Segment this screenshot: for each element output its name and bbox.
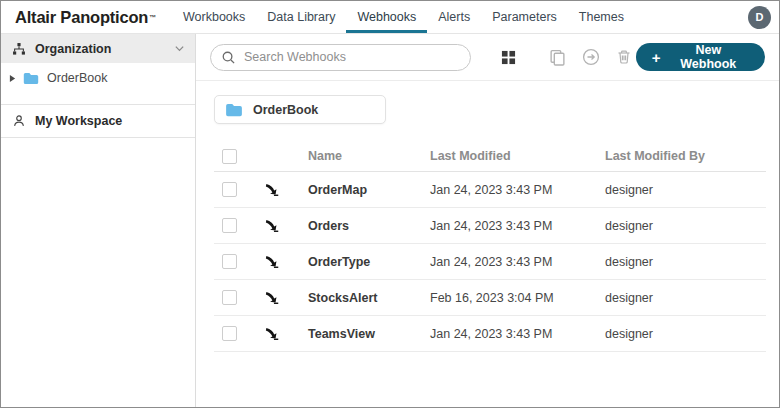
altair-panopticon-logo: Altair Panopticon™ bbox=[9, 1, 162, 33]
my-workspace-label: My Workspace bbox=[35, 114, 122, 128]
search-box[interactable] bbox=[210, 44, 471, 71]
webhooks-toolbar: + New Webhook bbox=[196, 34, 779, 81]
row-checkbox[interactable] bbox=[222, 326, 237, 341]
folder-icon bbox=[23, 70, 39, 86]
row-checkbox[interactable] bbox=[222, 254, 237, 269]
tab-alerts[interactable]: Alerts bbox=[427, 1, 481, 33]
table-row[interactable]: Orders Jan 24, 2023 3:43 PM designer bbox=[214, 208, 766, 244]
sidebar-item-my-workspace[interactable]: My Workspace bbox=[1, 105, 195, 138]
webhook-last-modified: Jan 24, 2023 3:43 PM bbox=[430, 255, 605, 269]
row-checkbox[interactable] bbox=[222, 290, 237, 305]
toolbar-icons bbox=[497, 45, 636, 69]
top-navigation-bar: Altair Panopticon™ Workbooks Data Librar… bbox=[1, 1, 779, 34]
webhook-last-modified-by: designer bbox=[605, 219, 766, 233]
table-row[interactable]: OrderType Jan 24, 2023 3:43 PM designer bbox=[214, 244, 766, 280]
webhook-last-modified: Jan 24, 2023 3:43 PM bbox=[430, 183, 605, 197]
webhook-name[interactable]: StocksAlert bbox=[308, 291, 430, 305]
sidebar-item-organization[interactable]: Organization bbox=[1, 34, 195, 63]
new-webhook-label: New Webhook bbox=[668, 43, 749, 71]
orderbook-folder-card[interactable]: OrderBook bbox=[214, 95, 386, 124]
webhook-last-modified-by: designer bbox=[605, 183, 766, 197]
folder-icon bbox=[225, 103, 243, 117]
webhooks-content: OrderBook Name Last Modified Last Modifi… bbox=[196, 81, 779, 407]
move-icon[interactable] bbox=[579, 45, 603, 69]
nav-tabs: Workbooks Data Library Webhooks Alerts P… bbox=[172, 1, 748, 33]
copy-icon[interactable] bbox=[546, 45, 570, 69]
webhook-last-modified-by: designer bbox=[605, 255, 766, 269]
grid-view-icon[interactable] bbox=[497, 45, 521, 69]
folder-card-label: OrderBook bbox=[253, 103, 318, 117]
webhook-icon bbox=[258, 182, 284, 197]
webhook-last-modified-by: designer bbox=[605, 291, 766, 305]
tab-webhooks[interactable]: Webhooks bbox=[346, 1, 427, 33]
webhook-name[interactable]: OrderMap bbox=[308, 183, 430, 197]
organization-hierarchy-icon bbox=[11, 41, 27, 57]
caret-right-icon[interactable] bbox=[9, 74, 19, 83]
workspace-section: My Workspace bbox=[1, 104, 195, 138]
webhook-icon bbox=[258, 218, 284, 233]
delete-icon[interactable] bbox=[612, 45, 636, 69]
tab-parameters[interactable]: Parameters bbox=[481, 1, 568, 33]
table-row[interactable]: StocksAlert Feb 16, 2023 3:04 PM designe… bbox=[214, 280, 766, 316]
column-header-last-modified: Last Modified bbox=[430, 149, 605, 163]
main-panel: + New Webhook OrderBook Name Las bbox=[196, 34, 779, 407]
sidebar-item-orderbook[interactable]: OrderBook bbox=[1, 63, 195, 93]
select-all-checkbox[interactable] bbox=[222, 149, 237, 164]
search-icon bbox=[221, 50, 236, 65]
webhook-last-modified: Feb 16, 2023 3:04 PM bbox=[430, 291, 605, 305]
row-checkbox[interactable] bbox=[222, 182, 237, 197]
new-webhook-button[interactable]: + New Webhook bbox=[636, 43, 765, 71]
webhook-last-modified: Jan 24, 2023 3:43 PM bbox=[430, 219, 605, 233]
orderbook-folder-label: OrderBook bbox=[47, 71, 107, 85]
table-row[interactable]: OrderMap Jan 24, 2023 3:43 PM designer bbox=[214, 172, 766, 208]
sidebar: Organization OrderBook bbox=[1, 34, 196, 407]
plus-icon: + bbox=[652, 49, 661, 66]
trademark-symbol: ™ bbox=[149, 14, 156, 21]
column-header-name: Name bbox=[308, 149, 430, 163]
panopticon-window: Altair Panopticon™ Workbooks Data Librar… bbox=[0, 0, 780, 408]
webhook-name[interactable]: OrderType bbox=[308, 255, 430, 269]
organization-label: Organization bbox=[35, 42, 111, 56]
tab-workbooks[interactable]: Workbooks bbox=[172, 1, 256, 33]
webhook-icon bbox=[258, 254, 284, 269]
webhook-name[interactable]: Orders bbox=[308, 219, 430, 233]
webhooks-table: Name Last Modified Last Modified By Orde… bbox=[214, 141, 766, 352]
user-avatar[interactable]: D bbox=[748, 6, 771, 29]
webhook-name[interactable]: TeamsView bbox=[308, 327, 430, 341]
tab-themes[interactable]: Themes bbox=[568, 1, 635, 33]
table-row[interactable]: TeamsView Jan 24, 2023 3:43 PM designer bbox=[214, 316, 766, 352]
tab-data-library[interactable]: Data Library bbox=[256, 1, 346, 33]
row-checkbox[interactable] bbox=[222, 218, 237, 233]
person-icon bbox=[11, 113, 27, 129]
webhook-icon bbox=[258, 326, 284, 341]
webhook-last-modified-by: designer bbox=[605, 327, 766, 341]
chevron-down-icon[interactable] bbox=[174, 43, 185, 54]
webhook-last-modified: Jan 24, 2023 3:43 PM bbox=[430, 327, 605, 341]
column-header-last-modified-by: Last Modified By bbox=[605, 149, 766, 163]
table-header-row: Name Last Modified Last Modified By bbox=[214, 141, 766, 172]
webhook-icon bbox=[258, 290, 284, 305]
search-input[interactable] bbox=[244, 50, 460, 64]
logo-text: Altair Panopticon bbox=[15, 8, 148, 27]
